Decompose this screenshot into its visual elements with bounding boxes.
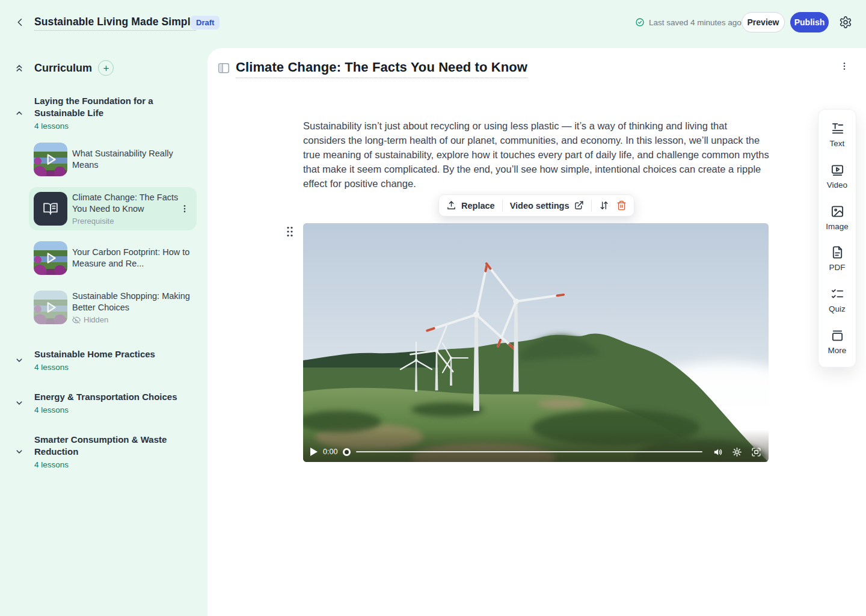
insert-text-label: Text bbox=[830, 139, 845, 148]
insert-image-label: Image bbox=[826, 222, 849, 231]
insert-more-label: More bbox=[828, 346, 847, 355]
curriculum-header: Curriculum bbox=[0, 60, 207, 76]
section-lesson-count: 4 lessons bbox=[34, 405, 179, 414]
toggle-sidebar-icon[interactable] bbox=[218, 63, 230, 73]
section-title: Laying the Foundation for a Sustainable … bbox=[34, 95, 179, 119]
lesson-item-climate-change[interactable]: Climate Change: The Facts You Need to Kn… bbox=[29, 187, 197, 230]
section-title: Sustainable Home Practices bbox=[34, 348, 179, 360]
hidden-text: Hidden bbox=[84, 315, 108, 324]
lesson-hidden-label: Hidden bbox=[72, 315, 192, 324]
curriculum-section: Laying the Foundation for a Sustainable … bbox=[0, 95, 207, 329]
section-lesson-count: 4 lessons bbox=[34, 122, 179, 131]
lesson-intro-paragraph[interactable]: Sustainability isn’t just about recyclin… bbox=[303, 119, 770, 191]
chevron-down-icon bbox=[14, 355, 25, 366]
volume-icon[interactable] bbox=[713, 447, 723, 457]
pdf-block-icon bbox=[831, 245, 844, 259]
lesson-page-title[interactable]: Climate Change: The Facts You Need to Kn… bbox=[236, 60, 527, 78]
chevron-left-icon bbox=[15, 17, 26, 28]
insert-image-button[interactable]: Image bbox=[818, 205, 856, 231]
lesson-editor-panel: Climate Change: The Facts You Need to Kn… bbox=[207, 48, 866, 616]
text-block-icon bbox=[831, 122, 844, 135]
video-player[interactable]: 0:00 bbox=[303, 223, 769, 462]
image-block-icon bbox=[831, 205, 844, 218]
insert-more-button[interactable]: More bbox=[818, 328, 856, 355]
add-section-button[interactable] bbox=[98, 60, 114, 76]
lesson-title: Sustainable Shopping: Making Better Choi… bbox=[72, 291, 192, 313]
section-header-3[interactable]: Energy & Transportation Choices 4 lesson… bbox=[0, 391, 207, 414]
delete-block-button[interactable] bbox=[616, 200, 627, 211]
play-icon bbox=[43, 300, 58, 315]
section-title: Energy & Transportation Choices bbox=[34, 391, 179, 403]
replace-button[interactable]: Replace bbox=[446, 200, 495, 211]
move-block-button[interactable] bbox=[599, 200, 609, 211]
replace-label: Replace bbox=[461, 201, 495, 211]
back-button[interactable] bbox=[14, 16, 26, 28]
reorder-arrows-icon bbox=[599, 200, 609, 211]
insert-quiz-label: Quiz bbox=[829, 304, 846, 313]
section-header-4[interactable]: Smarter Consumption & Waste Reduction 4 … bbox=[0, 434, 207, 469]
play-icon bbox=[43, 250, 58, 266]
section-header-1[interactable]: Laying the Foundation for a Sustainable … bbox=[0, 95, 207, 131]
curriculum-section: Sustainable Home Practices 4 lessons bbox=[0, 348, 207, 372]
insert-video-label: Video bbox=[827, 180, 847, 189]
video-timestamp: 0:00 bbox=[323, 448, 337, 456]
video-block-toolbar: Replace Video settings bbox=[438, 194, 634, 217]
play-button[interactable] bbox=[310, 448, 318, 456]
lesson-item-what-sustainability[interactable]: What Sustainability Really Means bbox=[29, 138, 197, 181]
lesson-list: What Sustainability Really Means Climate… bbox=[0, 138, 207, 329]
video-controls-bar: 0:00 bbox=[303, 430, 769, 462]
last-saved-text: Last saved 4 minutes ago bbox=[649, 18, 742, 27]
insert-pdf-label: PDF bbox=[829, 263, 846, 272]
curriculum-title: Curriculum bbox=[34, 62, 92, 75]
curriculum-section: Energy & Transportation Choices 4 lesson… bbox=[0, 391, 207, 414]
section-lesson-count: 4 lessons bbox=[34, 460, 179, 469]
settings-gear-icon[interactable] bbox=[839, 16, 852, 29]
upload-icon bbox=[446, 200, 456, 211]
insert-video-button[interactable]: Video bbox=[818, 163, 856, 189]
collapse-all-icon[interactable] bbox=[14, 63, 25, 73]
course-title[interactable]: Sustainable Living Made Simple bbox=[34, 16, 196, 31]
book-open-icon bbox=[43, 201, 58, 217]
lesson-kebab-menu[interactable] bbox=[180, 204, 189, 214]
seek-handle[interactable] bbox=[343, 448, 351, 456]
block-drag-handle-icon[interactable] bbox=[286, 226, 293, 237]
fullscreen-icon[interactable] bbox=[751, 447, 761, 457]
insert-block-panel: Text Video Image PDF Quiz More bbox=[818, 109, 856, 368]
play-icon bbox=[43, 152, 58, 167]
section-header-2[interactable]: Sustainable Home Practices 4 lessons bbox=[0, 348, 207, 372]
external-link-icon bbox=[574, 200, 584, 211]
lesson-item-sustainable-shopping[interactable]: Sustainable Shopping: Making Better Choi… bbox=[29, 286, 197, 329]
lesson-video-thumbnail-hidden bbox=[34, 291, 67, 324]
chevron-up-icon bbox=[14, 108, 25, 119]
insert-pdf-button[interactable]: PDF bbox=[818, 245, 856, 272]
lesson-item-carbon-footprint[interactable]: Your Carbon Footprint: How to Measure an… bbox=[29, 236, 197, 280]
plus-icon bbox=[102, 64, 111, 73]
preview-button[interactable]: Preview bbox=[742, 12, 785, 32]
insert-quiz-button[interactable]: Quiz bbox=[818, 287, 856, 313]
video-settings-label: Video settings bbox=[510, 201, 570, 211]
curriculum-section: Smarter Consumption & Waste Reduction 4 … bbox=[0, 434, 207, 469]
check-circle-icon bbox=[635, 17, 645, 27]
publish-button[interactable]: Publish bbox=[790, 12, 829, 32]
status-badge: Draft bbox=[191, 16, 220, 29]
more-blocks-icon bbox=[831, 328, 844, 342]
chevron-down-icon bbox=[14, 398, 25, 408]
player-settings-icon[interactable] bbox=[732, 447, 742, 457]
lesson-reading-thumbnail bbox=[34, 192, 67, 226]
seek-bar[interactable] bbox=[356, 451, 702, 453]
lesson-options-menu[interactable] bbox=[840, 61, 849, 72]
curriculum-sidebar: Curriculum Laying the Foundation for a S… bbox=[0, 45, 207, 616]
lesson-video-thumbnail bbox=[34, 241, 67, 275]
kebab-icon bbox=[180, 204, 189, 214]
section-title: Smarter Consumption & Waste Reduction bbox=[34, 434, 179, 458]
lesson-video-thumbnail bbox=[34, 143, 67, 176]
insert-text-button[interactable]: Text bbox=[818, 122, 856, 148]
quiz-checklist-icon bbox=[831, 287, 844, 301]
video-frame-wind-turbines bbox=[303, 223, 769, 462]
last-saved-status: Last saved 4 minutes ago bbox=[635, 17, 742, 27]
trash-icon bbox=[616, 200, 627, 211]
lesson-title: Climate Change: The Facts You Need to Kn… bbox=[72, 192, 180, 215]
lesson-prerequisite-label: Prerequisite bbox=[72, 217, 180, 226]
video-settings-button[interactable]: Video settings bbox=[510, 200, 585, 211]
lesson-title: What Sustainability Really Means bbox=[72, 148, 192, 171]
